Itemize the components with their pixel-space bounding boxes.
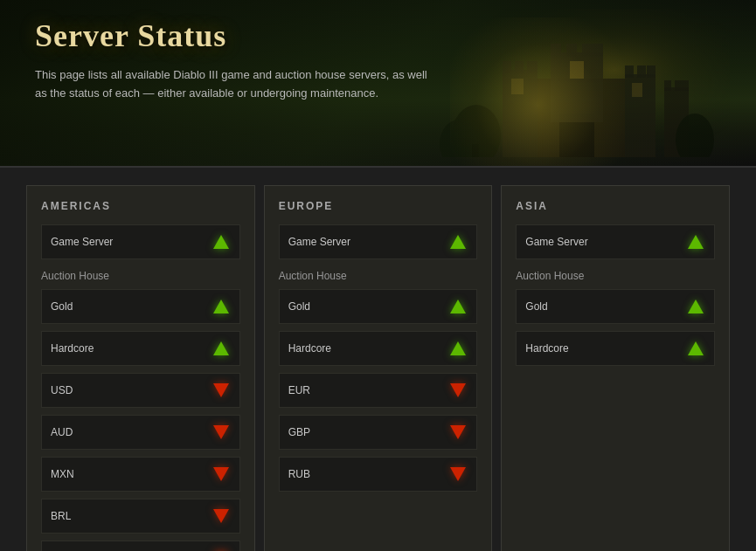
auction-item-row-europe-2: EUR [279,373,478,408]
region-column-americas: AMERICASGame ServerAuction HouseGoldHard… [26,185,255,551]
page-title: Server Status [35,17,721,54]
region-title-asia: ASIA [516,200,715,212]
game-server-row-americas: Game Server [41,224,240,259]
auction-item-label-americas-4: MXN [51,468,74,480]
auction-item-row-europe-4: RUB [279,457,478,492]
auction-house-label-asia: Auction House [516,270,715,282]
auction-item-label-europe-4: RUB [288,468,310,480]
auction-item-row-americas-6: CLP [41,541,240,551]
auction-item-label-europe-3: GBP [288,426,310,438]
hero-section: Server Status This page lists all availa… [0,0,756,166]
auction-item-label-asia-1: Hardcore [525,342,568,355]
game-server-row-europe: Game Server [279,224,478,259]
auction-item-row-americas-4: MXN [41,457,240,492]
auction-item-status-icon-americas-1 [212,339,231,358]
auction-item-status-icon-asia-0 [686,297,705,316]
auction-item-status-icon-europe-1 [448,339,468,358]
auction-item-label-asia-0: Gold [525,300,547,313]
auction-item-row-americas-2: USD [41,373,240,408]
auction-item-status-icon-americas-2 [212,381,231,400]
regions-grid: AMERICASGame ServerAuction HouseGoldHard… [26,185,730,551]
auction-item-label-americas-5: BRL [51,510,71,522]
auction-item-status-icon-americas-0 [212,297,231,316]
auction-item-row-europe-0: Gold [279,289,478,324]
game-server-status-icon-americas [212,232,231,251]
auction-item-status-icon-europe-0 [448,297,468,316]
page-description: This page lists all available Diablo III… [35,66,428,103]
game-server-label-americas: Game Server [51,236,113,248]
auction-item-label-europe-0: Gold [288,300,310,313]
auction-item-label-europe-1: Hardcore [288,342,331,355]
auction-item-status-icon-europe-2 [448,381,468,400]
auction-house-label-europe: Auction House [279,270,478,282]
region-column-europe: EUROPEGame ServerAuction HouseGoldHardco… [264,185,493,551]
auction-house-label-americas: Auction House [41,270,240,282]
auction-item-row-europe-3: GBP [279,415,478,450]
auction-item-label-europe-2: EUR [288,384,310,396]
auction-item-row-asia-0: Gold [516,289,715,324]
auction-item-label-americas-0: Gold [51,300,73,313]
auction-item-row-americas-0: Gold [41,289,240,324]
auction-item-row-americas-5: BRL [41,499,240,534]
auction-item-label-americas-2: USD [51,384,73,396]
auction-item-status-icon-europe-4 [448,465,468,484]
game-server-row-asia: Game Server [516,224,715,259]
auction-item-status-icon-americas-3 [212,423,231,442]
auction-item-status-icon-americas-4 [212,465,231,484]
auction-item-row-europe-1: Hardcore [279,331,478,366]
game-server-status-icon-asia [686,232,705,251]
auction-item-label-americas-3: AUD [51,426,73,438]
region-title-europe: EUROPE [279,200,478,212]
auction-item-row-americas-1: Hardcore [41,331,240,366]
region-column-asia: ASIAGame ServerAuction HouseGoldHardcore [501,185,730,551]
auction-item-status-icon-asia-1 [686,339,705,358]
game-server-label-asia: Game Server [525,236,587,248]
game-server-label-europe: Game Server [288,236,350,248]
auction-item-status-icon-americas-5 [212,506,231,526]
game-server-status-icon-europe [448,232,468,251]
region-title-americas: AMERICAS [41,200,240,212]
auction-item-row-asia-1: Hardcore [516,331,715,366]
content-area: AMERICASGame ServerAuction HouseGoldHard… [0,166,756,551]
auction-item-label-americas-1: Hardcore [51,342,94,355]
auction-item-status-icon-europe-3 [448,423,468,442]
auction-item-row-americas-3: AUD [41,415,240,450]
